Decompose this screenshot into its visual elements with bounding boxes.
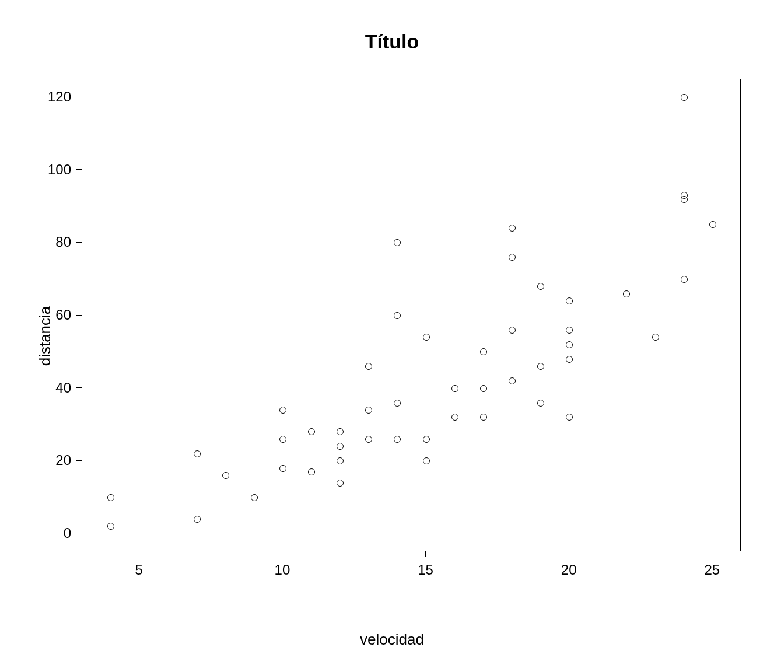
data-point [452, 414, 459, 421]
data-point [423, 334, 430, 341]
y-tick-mark [76, 97, 82, 97]
data-point [509, 254, 516, 261]
data-point [194, 450, 201, 457]
data-point [480, 385, 487, 392]
data-point [480, 348, 487, 355]
x-tick-label: 25 [705, 562, 720, 578]
data-point [107, 494, 114, 501]
data-point [394, 436, 401, 443]
data-point [681, 276, 688, 283]
data-point [194, 516, 201, 523]
data-point [251, 494, 258, 501]
data-point [279, 407, 286, 414]
y-tick-label: 60 [36, 307, 71, 323]
data-point [537, 363, 544, 370]
data-point [337, 480, 344, 487]
data-point [509, 327, 516, 334]
y-tick-label: 20 [36, 452, 71, 468]
data-point [308, 428, 315, 435]
x-tick-mark [139, 551, 139, 557]
x-tick-mark [425, 551, 426, 557]
y-tick-mark [76, 315, 82, 316]
data-point [452, 385, 459, 392]
data-point [394, 239, 401, 246]
x-tick-mark [569, 551, 569, 557]
y-tick-mark [76, 387, 82, 388]
data-point [566, 341, 573, 348]
data-point [537, 400, 544, 407]
data-point [365, 436, 372, 443]
x-tick-mark [282, 551, 282, 557]
y-tick-label: 0 [36, 525, 71, 541]
x-tick-label: 10 [275, 562, 290, 578]
y-tick-label: 80 [36, 234, 71, 250]
data-point [566, 414, 573, 421]
y-tick-label: 40 [36, 380, 71, 396]
data-point [480, 414, 487, 421]
data-point [222, 472, 229, 479]
data-point [681, 192, 688, 199]
x-tick-label: 20 [561, 562, 577, 578]
x-tick-label: 15 [418, 562, 433, 578]
chart-title: Título [0, 30, 784, 53]
x-tick-mark [712, 551, 712, 557]
data-point [566, 356, 573, 363]
data-point [394, 400, 401, 407]
data-point [279, 436, 286, 443]
y-tick-label: 100 [36, 162, 71, 178]
data-point [566, 298, 573, 304]
y-tick-label: 120 [36, 89, 71, 105]
x-axis-label: velocidad [0, 631, 784, 649]
data-point [423, 457, 430, 464]
data-point [337, 443, 344, 450]
data-point [681, 94, 688, 101]
x-tick-label: 5 [135, 562, 143, 578]
data-point [423, 436, 430, 443]
data-point [509, 225, 516, 232]
data-point [365, 363, 372, 370]
data-point [308, 468, 315, 475]
data-point [709, 221, 716, 228]
data-point [623, 290, 630, 298]
data-point [337, 457, 344, 464]
data-point [652, 334, 659, 341]
plot-area [82, 79, 741, 551]
data-point [365, 407, 372, 414]
data-point [566, 327, 573, 334]
data-point [337, 428, 344, 435]
data-point [394, 312, 401, 319]
y-tick-mark [76, 169, 82, 170]
y-tick-mark [76, 460, 82, 461]
y-tick-mark [76, 533, 82, 533]
data-point [107, 523, 114, 530]
data-point [509, 377, 516, 384]
data-point [279, 465, 286, 472]
data-point [537, 283, 544, 290]
y-tick-mark [76, 242, 82, 243]
